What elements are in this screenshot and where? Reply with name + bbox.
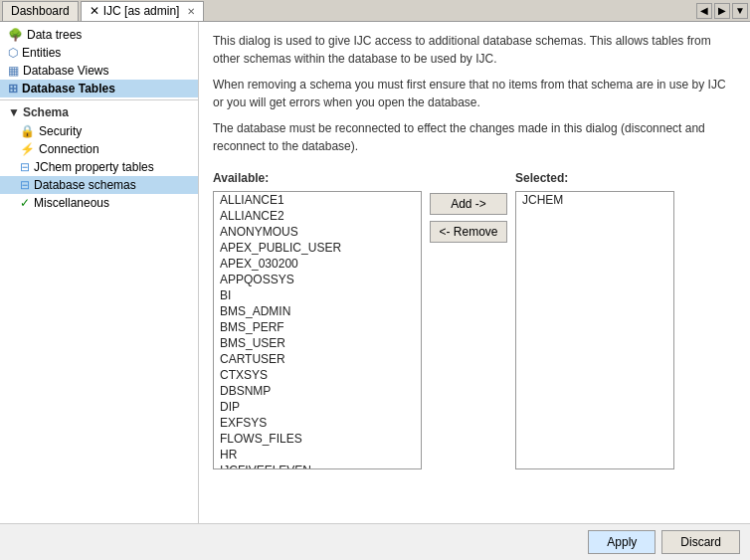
bottom-bar: Apply Discard [0, 523, 750, 560]
selected-list-item[interactable]: JCHEM [516, 192, 673, 208]
misc-icon: ✓ [20, 196, 30, 210]
available-list-item[interactable]: DBSNMP [214, 383, 421, 399]
content-panel: This dialog is used to give IJC access t… [199, 22, 750, 523]
connection-icon: ⚡ [20, 142, 35, 156]
available-list-item[interactable]: BMS_PERF [214, 319, 421, 335]
main-layout: 🌳 Data trees ⬡ Entities ▦ Database Views… [0, 22, 750, 523]
sidebar-item-data-trees[interactable]: 🌳 Data trees [0, 26, 198, 44]
selected-container: Selected: JCHEM [515, 171, 674, 513]
entity-icon: ⬡ [8, 46, 18, 60]
sidebar-divider [0, 99, 198, 100]
available-list-item[interactable]: BMS_USER [214, 335, 421, 351]
tab-nav-prev[interactable]: ◀ [696, 3, 712, 19]
sidebar-item-security[interactable]: 🔒 Security [0, 122, 198, 140]
sidebar-label-entities: Entities [22, 46, 61, 60]
dbschemas-icon: ⊟ [20, 178, 30, 192]
available-list-item[interactable]: CTXSYS [214, 367, 421, 383]
available-list-item[interactable]: APEX_030200 [214, 256, 421, 272]
sidebar-item-database-schemas[interactable]: ⊟ Database schemas [0, 176, 198, 194]
sidebar: 🌳 Data trees ⬡ Entities ▦ Database Views… [0, 22, 199, 523]
tab-dashboard-label: Dashboard [11, 4, 70, 18]
available-list-item[interactable]: APEX_PUBLIC_USER [214, 240, 421, 256]
available-list-item[interactable]: IJCFIVEELEVEN [214, 463, 421, 469]
sidebar-label-database-views: Database Views [23, 64, 109, 78]
add-button[interactable]: Add -> [430, 193, 507, 215]
sidebar-item-database-views[interactable]: ▦ Database Views [0, 62, 198, 80]
available-list-item[interactable]: ALLIANCE2 [214, 208, 421, 224]
sidebar-label-miscellaneous: Miscellaneous [34, 196, 109, 210]
selected-label: Selected: [515, 171, 674, 185]
tab-ijc[interactable]: ✕ IJC [as admin] ✕ [81, 1, 205, 21]
sidebar-label-schema: Schema [23, 105, 69, 119]
sidebar-item-connection[interactable]: ⚡ Connection [0, 140, 198, 158]
sidebar-item-database-tables[interactable]: ⊞ Database Tables [0, 80, 198, 97]
available-list-item[interactable]: HR [214, 447, 421, 463]
available-label: Available: [213, 171, 422, 185]
available-list-item[interactable]: BMS_ADMIN [214, 303, 421, 319]
available-list-item[interactable]: EXFSYS [214, 415, 421, 431]
tree-icon: 🌳 [8, 28, 23, 42]
tab-ijc-label: IJC [as admin] [103, 4, 180, 18]
db-view-icon: ▦ [8, 64, 19, 78]
selected-list[interactable]: JCHEM [515, 191, 674, 469]
security-icon: 🔒 [20, 124, 35, 138]
sidebar-label-database-schemas: Database schemas [34, 178, 136, 192]
tab-ijc-icon: ✕ [90, 4, 99, 18]
available-list-item[interactable]: CARTUSER [214, 351, 421, 367]
tab-nav-menu[interactable]: ▼ [732, 3, 748, 19]
sidebar-item-miscellaneous[interactable]: ✓ Miscellaneous [0, 194, 198, 212]
description-2: When removing a schema you must first en… [213, 76, 736, 111]
tab-bar: Dashboard ✕ IJC [as admin] ✕ ◀ ▶ ▼ [0, 0, 750, 22]
available-list-item[interactable]: ANONYMOUS [214, 224, 421, 240]
sidebar-label-data-trees: Data trees [27, 28, 82, 42]
sidebar-schema-header: ▼ Schema [0, 102, 198, 122]
available-list-item[interactable]: APPQOSSYS [214, 272, 421, 287]
db-table-icon: ⊞ [8, 82, 18, 95]
apply-button[interactable]: Apply [588, 530, 656, 554]
panel-area: Available: ALLIANCE1ALLIANCE2ANONYMOUSAP… [213, 171, 736, 513]
available-list[interactable]: ALLIANCE1ALLIANCE2ANONYMOUSAPEX_PUBLIC_U… [213, 191, 422, 469]
discard-button[interactable]: Discard [661, 530, 740, 554]
sidebar-item-jchem-property-tables[interactable]: ⊟ JChem property tables [0, 158, 198, 176]
available-list-item[interactable]: ALLIANCE1 [214, 192, 421, 208]
remove-button[interactable]: <- Remove [430, 221, 507, 243]
sidebar-label-security: Security [39, 124, 82, 138]
description-1: This dialog is used to give IJC access t… [213, 32, 736, 68]
sidebar-item-entities[interactable]: ⬡ Entities [0, 44, 198, 62]
tab-nav: ◀ ▶ ▼ [696, 3, 748, 19]
jchem-icon: ⊟ [20, 160, 30, 174]
available-list-item[interactable]: BI [214, 287, 421, 303]
sidebar-label-database-tables: Database Tables [22, 82, 115, 95]
tab-dashboard[interactable]: Dashboard [2, 1, 79, 21]
tab-nav-next[interactable]: ▶ [714, 3, 730, 19]
available-container: Available: ALLIANCE1ALLIANCE2ANONYMOUSAP… [213, 171, 422, 513]
available-list-item[interactable]: DIP [214, 399, 421, 415]
description-3: The database must be reconnected to effe… [213, 119, 736, 155]
sidebar-label-connection: Connection [39, 142, 99, 156]
schema-arrow-icon: ▼ [8, 105, 20, 119]
available-list-item[interactable]: FLOWS_FILES [214, 431, 421, 447]
sidebar-label-jchem: JChem property tables [34, 160, 154, 174]
tab-ijc-close[interactable]: ✕ [187, 6, 195, 17]
action-buttons: Add -> <- Remove [430, 171, 507, 513]
